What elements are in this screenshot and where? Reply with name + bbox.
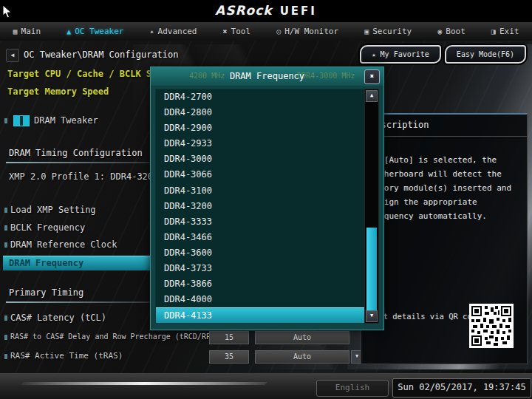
asrock-logo: ASRock [215, 3, 273, 18]
description-panel: Description If [Auto] is selected, the m… [361, 113, 528, 364]
target-cpu-speed-label: Target CPU / Cache / BCLK Speed [7, 69, 173, 79]
ras-active-value: 35 [209, 350, 249, 364]
primary-timing-section-title: Primary Timing [9, 287, 83, 298]
back-button[interactable]: ◀ [6, 49, 19, 62]
bullet-icon [4, 335, 7, 340]
mouse-cursor [2, 4, 12, 18]
qr-code-label: Get details via QR code [374, 312, 481, 321]
datetime-display: Sun 02/05/2017, 19:37:45 [392, 378, 531, 398]
list-item[interactable]: DDR4-2800 [156, 105, 364, 120]
droplet-icon: ▲ [66, 27, 71, 35]
dialog-header[interactable]: 4200 MHz DDR4-3000 MHz DRAM Frequency ✖ [151, 67, 383, 86]
ras-active-mode-select[interactable]: Auto [255, 350, 349, 364]
easy-mode-button[interactable]: Easy Mode(F6) [445, 45, 526, 64]
tab-oc-tweaker[interactable]: ▲OC Tweaker [62, 22, 128, 41]
list-item[interactable]: DDR4-3066 [156, 167, 364, 183]
shield-icon: ▣ [364, 27, 369, 35]
scrollbar[interactable]: ▲ ▼ [364, 89, 379, 324]
dram-timing-section-title: DRAM Timing Configuration [9, 148, 143, 158]
tab-tool[interactable]: ✖Tool [219, 22, 256, 41]
close-icon: ✖ [370, 72, 374, 80]
my-favorite-label: My Favorite [381, 50, 429, 58]
list-item-selected[interactable]: DDR4-4133 [156, 307, 364, 323]
tab-main-label: Main [21, 27, 41, 36]
list-item[interactable]: DDR4-3000 [156, 151, 364, 167]
dialog-body: DDR4-2700 DDR4-2800 DDR4-2900 DDR4-2933 … [151, 86, 383, 330]
dram-tweaker-icon [13, 115, 30, 126]
tab-boot-label: Boot [446, 27, 466, 36]
tab-boot[interactable]: ◉Boot [433, 22, 470, 41]
list-item[interactable]: DDR4-3466 [156, 230, 364, 245]
tab-advanced[interactable]: ✦Advanced [145, 22, 201, 41]
qr-code [469, 304, 514, 348]
chevron-down-icon: ▼ [355, 353, 358, 359]
back-arrow-icon: ◀ [11, 52, 15, 58]
tab-exit-label: Exit [499, 27, 519, 36]
sidebar-item-bclk-frequency[interactable]: BCLK Frequency [10, 222, 85, 233]
my-favorite-button[interactable]: ★My Favorite [360, 45, 441, 64]
scroll-up-button[interactable]: ▲ [366, 90, 378, 102]
bullet-icon [4, 225, 7, 231]
section-divider [6, 301, 151, 303]
description-body: If [Auto] is selected, the motherboard w… [369, 153, 520, 223]
list-item[interactable]: DDR4-3733 [156, 261, 364, 276]
tab-hw-monitor[interactable]: ◎H/W Monitor [272, 22, 343, 41]
tab-oc-tweaker-label: OC Tweaker [75, 27, 123, 36]
chevron-up-icon: ▲ [370, 92, 373, 98]
list-item[interactable]: DDR4-3200 [156, 199, 364, 214]
tab-advanced-label: Advanced [158, 27, 197, 36]
sidebar-item-dram-frequency-selected[interactable]: DRAM Frequency [3, 256, 151, 270]
bullet-icon [4, 354, 7, 359]
scrollbar-thumb[interactable] [366, 228, 377, 310]
breadcrumb: OC Tweaker\DRAM Configuration [24, 50, 179, 60]
list-item[interactable]: DDR4-4000 [156, 292, 364, 307]
dram-frequency-label: DRAM Frequency [3, 256, 151, 268]
tab-bar: ▦Main ▲OC Tweaker ✦Advanced ✖Tool ◎H/W M… [0, 22, 532, 41]
tab-exit[interactable]: ◨Exit [487, 22, 524, 41]
favorite-star-icon: ★ [372, 51, 375, 58]
dialog-title: DRAM Frequency [151, 71, 383, 81]
list-item[interactable]: DDR4-2900 [156, 120, 364, 136]
sidebar-item-load-xmp[interactable]: Load XMP Setting [10, 205, 96, 215]
wrench-icon: ✖ [223, 27, 228, 35]
frequency-option-list: DDR4-2700 DDR4-2800 DDR4-2900 DDR4-2933 … [155, 89, 365, 324]
panel-divider [361, 136, 527, 137]
target-memory-speed-label: Target Memory Speed [7, 86, 109, 97]
tab-security[interactable]: ▣Security [360, 22, 416, 41]
chevron-down-icon: ▼ [370, 313, 373, 318]
sidebar-item-cas-latency[interactable]: CAS# Latency (tCL) [10, 313, 106, 323]
ras-to-cas-value: 15 [209, 331, 249, 344]
ras-to-cas-mode-select[interactable]: Auto [255, 331, 349, 344]
sidebar-item-dram-tweaker[interactable]: DRAM Tweaker [34, 115, 98, 126]
list-item[interactable]: DDR4-3866 [156, 276, 364, 292]
close-button[interactable]: ✖ [364, 69, 380, 84]
bullet-icon [4, 242, 7, 248]
language-button[interactable]: English [316, 380, 389, 397]
easy-mode-label: Easy Mode(F6) [457, 50, 514, 58]
list-item[interactable]: DDR4-3333 [156, 214, 364, 230]
gauge-icon: ◎ [276, 27, 281, 35]
footer-streak [21, 382, 267, 385]
uefi-screen: ASRockUEFI ▦Main ▲OC Tweaker ✦Advanced ✖… [0, 0, 532, 399]
tab-main[interactable]: ▦Main [9, 22, 46, 41]
sidebar-item-dram-reference-clock[interactable]: DRAM Reference Clock [10, 239, 117, 250]
list-item[interactable]: DDR4-2933 [156, 136, 364, 151]
uefi-label: UEFI [280, 4, 317, 18]
tab-hw-monitor-label: H/W Monitor [284, 27, 338, 36]
bullet-icon [4, 118, 7, 123]
brand-bar: ASRockUEFI [0, 0, 532, 22]
list-item[interactable]: DDR4-2700 [156, 89, 364, 105]
list-item[interactable]: DDR4-3100 [156, 183, 364, 199]
tab-security-label: Security [372, 27, 412, 36]
sidebar-item-ras-to-cas[interactable]: RAS# to CAS# Delay and Row Precharge (tR… [10, 332, 215, 341]
list-item[interactable]: DDR4-3600 [156, 245, 364, 261]
bullet-icon [4, 316, 7, 321]
door-icon: ◨ [491, 27, 496, 35]
bullet-icon [4, 208, 7, 213]
sidebar-item-ras-active-time[interactable]: RAS# Active Time (tRAS) [10, 351, 123, 361]
tab-tool-label: Tool [231, 27, 251, 36]
section-divider [6, 162, 151, 163]
power-icon: ◉ [437, 27, 442, 35]
star-icon: ✦ [149, 27, 154, 35]
scroll-down-button[interactable]: ▼ [366, 310, 378, 322]
